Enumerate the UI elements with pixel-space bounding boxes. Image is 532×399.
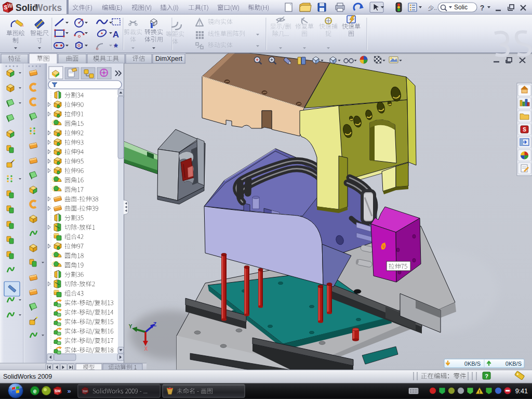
svg-text:9:41: 9:41 bbox=[515, 388, 528, 395]
svg-text:SW: SW bbox=[55, 389, 61, 393]
svg-text:0KB/S: 0KB/S bbox=[464, 361, 481, 367]
svg-text:X: X bbox=[144, 346, 148, 352]
svg-text:Z: Z bbox=[153, 322, 156, 327]
svg-text:SolidWorks 2009: SolidWorks 2009 bbox=[3, 373, 52, 380]
svg-text:*: * bbox=[114, 42, 118, 53]
svg-text:DimXpert: DimXpert bbox=[155, 55, 183, 62]
svg-text:Y: Y bbox=[129, 324, 132, 329]
svg-text:少..: 少.. bbox=[428, 5, 437, 11]
svg-text:e: e bbox=[33, 388, 37, 395]
svg-text:Solic: Solic bbox=[454, 4, 468, 11]
svg-text:?: ? bbox=[485, 373, 488, 379]
svg-text:!: ! bbox=[479, 389, 481, 394]
svg-text:»: » bbox=[67, 387, 71, 395]
svg-text:A: A bbox=[113, 30, 119, 39]
svg-text:S: S bbox=[523, 127, 526, 132]
svg-text:Works: Works bbox=[34, 3, 62, 13]
svg-text:W: W bbox=[7, 3, 12, 9]
svg-text:?: ? bbox=[480, 4, 485, 12]
svg-text:0KB/S: 0KB/S bbox=[506, 361, 522, 367]
